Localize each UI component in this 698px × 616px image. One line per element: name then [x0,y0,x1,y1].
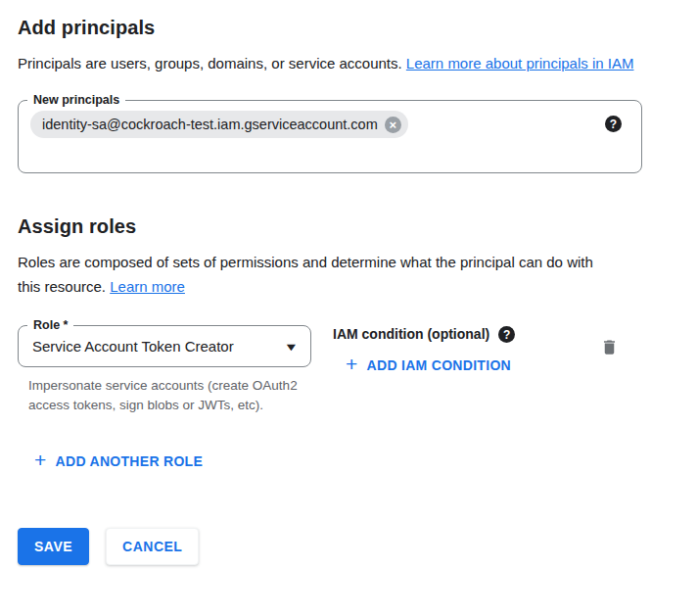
cancel-button[interactable]: CANCEL [106,528,199,565]
new-principals-label: New principals [27,92,125,108]
role-helper-text: Impersonate service accounts (create OAu… [18,376,302,415]
trash-icon [600,345,619,359]
principals-description-text: Principals are users, groups, domains, o… [18,55,406,71]
add-principals-panel: Add principals Principals are users, gro… [0,0,698,565]
add-another-role-button[interactable]: + ADD ANOTHER ROLE [34,450,203,471]
iam-condition-label-row: IAM condition (optional) ? [333,326,515,343]
assign-roles-title: Assign roles [18,213,680,240]
role-select[interactable]: Role * Service Account Token Creator ▼ [18,325,311,367]
plus-icon: + [346,354,358,374]
chip-remove-icon[interactable]: × [385,117,401,133]
principals-description: Principals are users, groups, domains, o… [18,51,656,75]
add-iam-condition-label: ADD IAM CONDITION [367,357,511,373]
page-title: Add principals [18,14,680,41]
principal-chip[interactable]: identity-sa@cockroach-test.iam.gservicea… [30,111,408,138]
role-row: Role * Service Account Token Creator ▼ I… [18,325,680,415]
save-button[interactable]: SAVE [18,528,89,565]
role-label: Role * [27,317,73,333]
learn-more-roles-link[interactable]: Learn more [110,278,185,295]
roles-description-text: Roles are composed of sets of permission… [18,254,593,295]
plus-icon: + [34,450,47,470]
dropdown-arrow-icon: ▼ [284,341,299,353]
delete-role-button[interactable] [598,336,621,359]
role-column: Role * Service Account Token Creator ▼ I… [18,325,311,415]
iam-condition-label: IAM condition (optional) [333,326,489,343]
principal-chip-value: identity-sa@cockroach-test.iam.gservicea… [42,117,378,132]
learn-more-principals-link[interactable]: Learn more about principals in IAM [406,55,634,71]
new-principals-field[interactable]: New principals identity-sa@cockroach-tes… [18,100,642,173]
new-principals-help-icon[interactable]: ? [605,116,622,132]
action-buttons: SAVE CANCEL [18,528,680,565]
roles-description: Roles are composed of sets of permission… [18,250,609,299]
iam-condition-column: IAM condition (optional) ? + ADD IAM CON… [333,325,515,415]
iam-condition-help-icon[interactable]: ? [498,326,515,343]
add-iam-condition-button[interactable]: + ADD IAM CONDITION [346,355,511,375]
add-another-role-label: ADD ANOTHER ROLE [56,453,204,469]
role-selected-value: Service Account Token Creator [32,338,234,355]
